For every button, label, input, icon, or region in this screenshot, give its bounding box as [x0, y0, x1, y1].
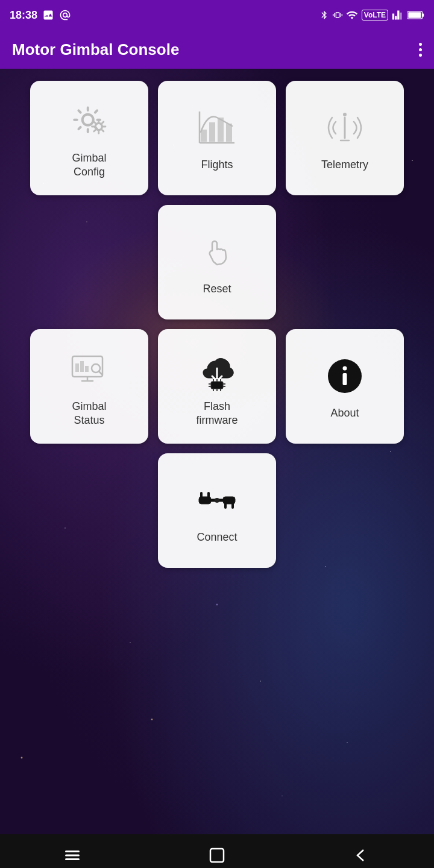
svg-rect-6: [209, 122, 215, 142]
wifi-icon: [346, 9, 358, 21]
telemetry-icon: [321, 104, 369, 152]
battery-icon: [407, 10, 424, 20]
svg-line-20: [99, 371, 102, 374]
gimbal-config-card[interactable]: GimbalConfig: [30, 81, 148, 195]
flash-icon: [193, 345, 241, 394]
flights-icon: [193, 104, 241, 152]
reset-icon: [193, 228, 241, 276]
monitor-icon: [65, 345, 113, 394]
reset-card[interactable]: Reset: [158, 205, 276, 319]
main-content: GimbalConfig: [0, 69, 434, 834]
about-icon: [321, 352, 369, 400]
svg-rect-16: [75, 363, 79, 372]
time-display: 18:38: [10, 9, 37, 22]
status-bar: 18:38 VoLTE: [0, 0, 434, 30]
telemetry-label: Telemetry: [321, 158, 368, 172]
connect-label: Connect: [197, 530, 237, 544]
flights-label: Flights: [201, 158, 233, 172]
grid-row-4: Connect: [158, 453, 276, 568]
menu-button[interactable]: [419, 43, 422, 57]
gimbal-config-label: GimbalConfig: [72, 151, 106, 180]
connect-icon: [193, 476, 241, 524]
svg-rect-18: [85, 366, 89, 372]
gimbal-status-label: GimbalStatus: [72, 400, 106, 428]
svg-point-44: [215, 498, 219, 503]
svg-rect-45: [65, 851, 80, 852]
svg-point-4: [95, 123, 102, 130]
flash-firmware-label: Flashfirmware: [196, 400, 237, 428]
svg-rect-37: [343, 373, 347, 385]
svg-point-3: [83, 114, 93, 125]
svg-rect-46: [65, 855, 80, 857]
flights-card[interactable]: Flights: [158, 81, 276, 195]
grid-row-1: GimbalConfig: [30, 81, 404, 195]
svg-rect-48: [210, 849, 224, 862]
bluetooth-icon: [319, 9, 329, 21]
svg-rect-41: [223, 497, 235, 504]
grid-container: GimbalConfig: [12, 81, 422, 568]
svg-rect-2: [408, 12, 421, 18]
vibrate-icon: [333, 9, 342, 21]
app-bar: Motor Gimbal Console: [0, 30, 434, 69]
telemetry-card[interactable]: Telemetry: [286, 81, 404, 195]
svg-point-36: [343, 366, 347, 371]
svg-rect-47: [65, 858, 80, 860]
settings-icon: [65, 97, 113, 145]
signal-icon: [392, 9, 404, 21]
at-icon: [59, 9, 71, 21]
nav-back-button[interactable]: [344, 837, 380, 868]
flash-firmware-card[interactable]: Flashfirmware: [158, 329, 276, 444]
bottom-nav: [0, 834, 434, 868]
svg-rect-38: [199, 497, 211, 504]
about-card[interactable]: About: [286, 329, 404, 444]
volte-label: VoLTE: [362, 10, 388, 20]
connect-card[interactable]: Connect: [158, 453, 276, 568]
app-title: Motor Gimbal Console: [12, 40, 179, 59]
photo-icon: [42, 9, 54, 21]
grid-row-2: Reset: [158, 205, 276, 319]
svg-rect-24: [211, 382, 223, 389]
grid-row-3: GimbalStatus: [30, 329, 404, 444]
svg-rect-17: [80, 361, 84, 372]
reset-label: Reset: [203, 282, 231, 296]
nav-menu-button[interactable]: [54, 837, 90, 868]
svg-point-12: [343, 113, 347, 116]
svg-rect-1: [423, 13, 424, 16]
gimbal-status-card[interactable]: GimbalStatus: [30, 329, 148, 444]
about-label: About: [330, 406, 359, 420]
nav-home-button[interactable]: [199, 837, 235, 868]
